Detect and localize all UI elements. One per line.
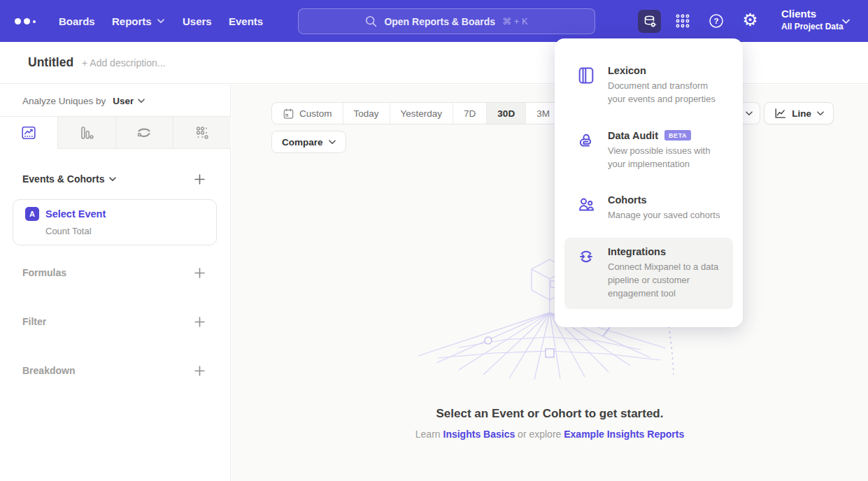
- project-name: All Project Data: [781, 21, 844, 33]
- subtitle-prefix: Learn: [415, 429, 443, 440]
- data-management-button[interactable]: [638, 10, 661, 33]
- grid-icon: [674, 13, 691, 29]
- chevron-down-icon: [817, 111, 824, 116]
- query-sidebar: Analyze Uniques by User: [0, 85, 231, 481]
- settings-button[interactable]: ⚙: [741, 10, 760, 30]
- apps-grid-button[interactable]: [674, 12, 692, 30]
- add-formula-button[interactable]: [194, 268, 205, 278]
- formulas-label: Formulas: [22, 267, 66, 278]
- empty-state-subtitle: Learn Insights Basics or explore Example…: [232, 429, 868, 440]
- menu-item-description: Connect Mixpanel to a data pipeline or c…: [608, 261, 726, 301]
- menu-item-title: Integrations: [608, 246, 726, 257]
- mixpanel-logo[interactable]: [15, 18, 36, 24]
- lexicon-book-icon: [576, 65, 596, 106]
- example-reports-link[interactable]: Example Insights Reports: [564, 429, 684, 440]
- menu-item-data-audit[interactable]: Data Audit BETA View possible issues wit…: [564, 122, 733, 180]
- nav-events[interactable]: Events: [229, 0, 263, 42]
- chevron-down-icon: [138, 99, 145, 103]
- tab-bar-chart[interactable]: [57, 117, 115, 149]
- chevron-down-icon: [157, 19, 164, 24]
- chart-type-tabs: [0, 116, 231, 149]
- chevron-down-icon: [842, 19, 850, 24]
- search-icon: [365, 15, 377, 27]
- empty-state-title: Select an Event or Cohort to get started…: [232, 407, 868, 421]
- range-7d[interactable]: 7D: [453, 103, 486, 124]
- filter-label: Filter: [22, 316, 46, 327]
- chevron-down-icon: [746, 111, 753, 116]
- nav-users[interactable]: Users: [183, 0, 212, 42]
- tab-insights-line[interactable]: [0, 117, 57, 149]
- date-range-control: Custom Today Yesterday 7D 30D 3M 6M: [271, 102, 596, 124]
- breakdown-label: Breakdown: [22, 365, 75, 376]
- chevron-down-icon: [329, 140, 336, 145]
- menu-item-integrations[interactable]: Integrations Connect Mixpanel to a data …: [564, 238, 733, 309]
- help-button[interactable]: ?: [707, 12, 725, 30]
- events-cohorts-toggle[interactable]: Events & Cohorts: [22, 173, 116, 185]
- insights-basics-link[interactable]: Insights Basics: [443, 429, 515, 440]
- top-nav: Boards Reports Users Events Open Reports…: [0, 0, 868, 42]
- integrations-sync-icon: [576, 246, 596, 301]
- event-series-badge: A: [25, 207, 39, 221]
- menu-item-cohorts[interactable]: Cohorts Manage your saved cohorts: [564, 186, 733, 231]
- data-audit-icon: [576, 130, 596, 171]
- menu-item-description: Manage your saved cohorts: [608, 209, 720, 222]
- breakdown-section: Breakdown: [0, 362, 231, 379]
- add-event-button[interactable]: [194, 174, 205, 185]
- nav-reports-label: Reports: [112, 15, 152, 27]
- logo-dot: [33, 20, 36, 23]
- cohorts-users-icon: [576, 194, 596, 222]
- analyze-value: User: [113, 96, 134, 106]
- svg-text:?: ?: [713, 17, 718, 25]
- select-event-label[interactable]: Select Event: [45, 208, 106, 220]
- calendar-icon: [283, 108, 294, 120]
- bar-chart-tab-icon: [78, 124, 95, 141]
- select-event-card[interactable]: A Select Event Count Total: [13, 199, 217, 245]
- report-title[interactable]: Untitled: [28, 55, 73, 70]
- search-shortcut: ⌘ + K: [502, 16, 528, 27]
- org-name: Clients: [781, 7, 844, 21]
- add-breakdown-button[interactable]: [194, 366, 205, 376]
- range-custom[interactable]: Custom: [272, 103, 343, 124]
- events-cohorts-header: Events & Cohorts: [0, 171, 231, 187]
- range-30d[interactable]: 30D: [486, 103, 525, 124]
- chevron-down-icon: [109, 177, 116, 182]
- line-chart-tab-icon: [20, 124, 37, 141]
- range-today[interactable]: Today: [343, 103, 390, 124]
- tab-retention[interactable]: [173, 117, 231, 149]
- add-filter-button[interactable]: [194, 317, 205, 327]
- count-total-selector[interactable]: Count Total: [45, 226, 216, 236]
- data-management-menu: Lexicon Document and transform your even…: [555, 38, 743, 327]
- compare-dropdown[interactable]: Compare: [271, 131, 346, 153]
- logo-dot: [15, 18, 21, 24]
- gear-icon: ⚙: [742, 10, 757, 30]
- beta-badge: BETA: [664, 130, 691, 141]
- database-gear-icon: [642, 14, 657, 29]
- chart-canvas: Custom Today Yesterday 7D 30D 3M 6M Comp…: [232, 85, 868, 481]
- project-selector[interactable]: Clients All Project Data: [781, 7, 844, 33]
- tab-flows[interactable]: [115, 117, 173, 149]
- logo-dot: [24, 18, 30, 24]
- events-cohorts-label: Events & Cohorts: [22, 173, 104, 185]
- add-description-field[interactable]: + Add description...: [82, 57, 165, 69]
- menu-item-title: Data Audit: [608, 130, 658, 141]
- menu-item-description: View possible issues with your implement…: [608, 145, 726, 171]
- compare-label: Compare: [282, 137, 323, 148]
- nav-boards[interactable]: Boards: [59, 0, 95, 42]
- analyze-label: Analyze Uniques by: [22, 96, 106, 106]
- line-chart-icon: [774, 107, 786, 120]
- range-yesterday[interactable]: Yesterday: [390, 103, 453, 124]
- nav-reports[interactable]: Reports: [112, 0, 164, 42]
- subtitle-middle: or explore: [515, 429, 564, 440]
- filter-section: Filter: [0, 313, 231, 330]
- flows-tab-icon: [136, 124, 152, 141]
- search-placeholder: Open Reports & Boards: [384, 16, 495, 27]
- chart-style-dropdown[interactable]: Line: [764, 102, 834, 124]
- menu-item-title: Lexicon: [608, 65, 726, 76]
- formulas-section: Formulas: [0, 264, 231, 281]
- menu-item-lexicon[interactable]: Lexicon Document and transform your even…: [564, 57, 733, 115]
- help-icon: ?: [708, 13, 725, 29]
- search-input[interactable]: Open Reports & Boards ⌘ + K: [298, 8, 595, 34]
- retention-tab-icon: [194, 124, 211, 141]
- analyze-uniques-selector[interactable]: Analyze Uniques by User: [22, 93, 145, 108]
- menu-item-description: Document and transform your events and p…: [608, 80, 726, 106]
